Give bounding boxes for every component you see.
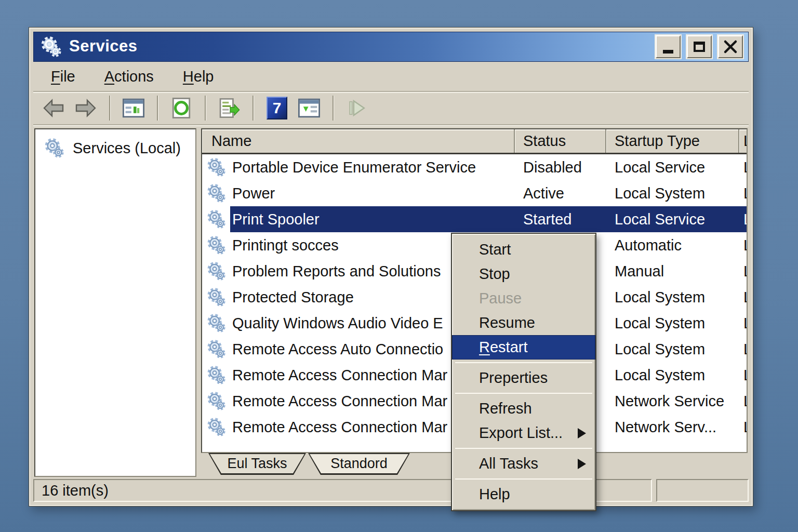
service-startup-type: Network Serv... [606,414,739,440]
submenu-arrow-icon [578,428,586,438]
toolbar-separator [109,96,110,121]
back-arrow-icon [43,98,64,118]
close-icon [723,39,738,55]
service-startup-type: Manual [606,258,739,284]
tab-extended[interactable]: Eul Tasks [208,453,306,475]
tree-node-label: Services (Local) [73,140,181,157]
service-log-on-as: L [739,362,747,388]
toolbar-separator [205,96,206,121]
window-title: Services [69,37,138,57]
context-menu-item-start[interactable]: Start [452,237,595,262]
menu-separator [455,362,592,363]
table-row[interactable]: Power Active Local System L [202,180,747,206]
column-header-log-on-as[interactable]: L [739,129,747,153]
service-startup-type: Local System [606,336,739,362]
forward-button[interactable] [73,95,99,121]
tree-node-services-local[interactable]: Services (Local) [35,129,195,158]
service-log-on-as: L [739,154,747,180]
menu-separator [455,478,592,480]
service-status: Started [515,206,606,232]
service-name: Portable Device Enumerator Service [230,154,515,180]
menu-file[interactable]: File [51,68,75,85]
submenu-arrow-icon [578,459,586,469]
tab-label: Standord [330,456,388,472]
service-gear-icon [206,365,226,385]
service-status: Active [515,180,606,206]
toolbar: 7 [33,92,749,125]
service-gear-icon [206,417,226,437]
context-menu-item-help[interactable]: Help [452,482,595,507]
service-gear-icon [206,287,226,307]
forward-arrow-icon [75,98,97,118]
table-row[interactable]: Portable Device Enumerator Service Disab… [202,154,747,180]
close-button[interactable] [718,35,743,58]
service-gear-icon [206,313,226,333]
service-startup-type: Network Service [606,388,739,414]
green-circle-button[interactable] [168,95,194,121]
context-menu-item-refresh[interactable]: Refresh [452,396,595,421]
service-log-on-as: L [739,258,747,284]
show-console-tree-button[interactable] [121,95,147,121]
service-log-on-as: L [739,206,747,232]
context-menu-item-all-tasks[interactable]: All Tasks [452,451,595,476]
menu-bar: File Actions Help [33,62,749,92]
window-list-button[interactable] [296,95,322,121]
service-startup-type: Automatic [606,232,739,258]
service-gear-icon [206,235,226,255]
service-log-on-as: L [739,310,747,336]
service-startup-type: Local System [606,284,739,310]
context-menu-item-stop[interactable]: Stop [452,262,595,286]
minimize-button[interactable] [656,35,681,58]
menu-actions[interactable]: Actions [104,68,154,85]
minimize-icon [663,50,673,54]
status-bar: 16 item(s) [33,479,749,502]
export-list-button[interactable] [216,95,242,121]
service-name: Power [230,180,515,206]
service-startup-type: Local Service [606,154,739,180]
services-gear-icon [40,36,62,58]
table-row-selected[interactable]: Print Spooler Started Local Service L [202,206,747,232]
service-log-on-as: L [739,232,747,258]
service-log-on-as: L [739,414,747,440]
service-log-on-as: L [739,180,747,206]
export-document-icon [218,98,240,118]
help-icon: 7 [267,97,287,119]
service-log-on-as: L [739,388,747,414]
services-window: Services File Actions Help [29,27,753,507]
console-window-icon [123,98,144,118]
back-button[interactable] [41,95,66,121]
service-log-on-as: L [739,284,747,310]
service-gear-icon [206,339,226,359]
list-header-row: Name Status Startup Type L [202,129,747,154]
title-bar[interactable]: Services [33,32,749,62]
desktop: { "window": { "title": "Services" }, "me… [0,0,798,532]
column-header-name[interactable]: Name [202,129,515,153]
service-gear-icon [206,157,226,177]
context-menu: Start Stop Pause Resume Restart Preperti… [451,233,596,511]
column-header-status[interactable]: Status [515,129,606,153]
menu-separator [455,448,592,449]
maximize-button[interactable] [687,35,712,58]
content-area: Services (Local) Name Status Startup Typ… [33,125,749,477]
service-gear-icon [206,183,226,203]
context-menu-item-properties[interactable]: Preperties [452,366,595,390]
context-menu-item-resume[interactable]: Resume [452,311,595,335]
maximize-icon [694,42,705,52]
context-menu-item-pause: Pause [452,286,595,311]
toolbar-separator [332,96,334,121]
tab-label: Eul Tasks [227,456,287,472]
service-gear-icon [206,391,226,411]
play-arrow-disabled-icon [346,98,368,118]
window-list-icon [298,98,320,118]
service-gear-icon [206,209,226,229]
service-startup-type: Local Service [606,206,739,232]
service-name: Print Spooler [230,206,515,232]
service-startup-type: Local System [606,310,739,336]
column-header-startup-type[interactable]: Startup Type [606,129,739,153]
help-button[interactable]: 7 [264,95,290,121]
context-menu-item-restart[interactable]: Restart [452,335,595,360]
toolbar-separator [157,96,158,121]
tab-standard[interactable]: Standord [308,453,410,475]
menu-help[interactable]: Help [183,68,214,85]
context-menu-item-export-list[interactable]: Export List... [452,421,595,445]
